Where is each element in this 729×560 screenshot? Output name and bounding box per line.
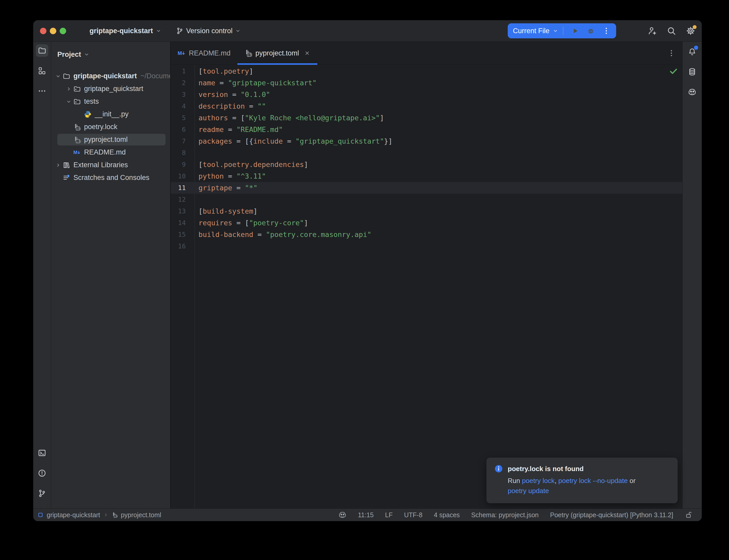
line-number: 7 [171,137,186,145]
tree-item-tests[interactable]: tests [51,95,170,108]
tree-item-griptape-quickstart[interactable]: griptape_quickstart [51,82,170,95]
chevron-spacer [75,111,84,117]
status-caret-position[interactable]: 11:15 [358,511,374,519]
vcs-widget[interactable]: Version control [172,24,245,38]
breadcrumb-griptape-quickstart[interactable]: griptape-quickstart [47,511,100,519]
tree-item-scratches-and-consoles[interactable]: Scratches and Consoles [51,171,170,184]
search-everywhere-icon[interactable] [667,26,676,36]
package-folder-icon [73,98,81,106]
notification-text: or [628,477,635,485]
more-run-actions-icon[interactable] [602,27,610,35]
tool-stripe-button-version-control[interactable] [36,487,48,500]
line-number: 2 [171,79,186,87]
database-icon [688,67,697,76]
code-line-16[interactable]: 16 [171,240,682,252]
code-editor[interactable]: 1[tool.poetry]2name = "griptape-quicksta… [171,65,682,508]
tree-item-griptape-quickstart[interactable]: griptape-quickstart~/Docume [51,70,170,82]
tool-stripe-button-terminal[interactable] [36,447,48,459]
run-button[interactable] [571,27,579,35]
notification-link-poetry-lock-no-update[interactable]: poetry lock --no-update [558,477,628,485]
run-config-label: Current File [513,27,550,35]
line-number: 4 [171,102,186,110]
notification-text: Run [508,477,522,485]
debug-button[interactable] [587,27,595,35]
close-window-button[interactable] [40,28,46,34]
status-file-encoding[interactable]: UTF-8 [404,511,422,519]
toml-icon: [T] [244,49,252,57]
tool-stripe-button-project[interactable] [36,44,48,57]
tree-item-poetry-lock[interactable]: [T]poetry.lock [51,121,170,133]
code-line-15[interactable]: 15build-backend = "poetry.core.masonry.a… [171,229,682,240]
chevron-down-icon [156,28,161,34]
chevron-down-icon[interactable] [54,73,62,79]
tree-item-path-hint: ~/Docume [141,72,171,80]
toml-icon: [T] [73,136,81,144]
code-line-14[interactable]: 14requires = ["poetry-core"] [171,217,682,229]
tool-stripe-button-notifications[interactable] [686,45,698,58]
chevron-right-icon[interactable] [54,162,62,168]
editor-tab-pyproject-toml[interactable]: [T]pyproject.toml [237,42,317,65]
notification-title: poetry.lock is not found [508,465,584,473]
tab-options-kebab-icon[interactable] [667,49,676,57]
line-number: 15 [171,231,186,238]
notification-link-poetry-lock[interactable]: poetry lock [522,477,555,485]
status-indent-style[interactable]: 4 spaces [434,511,460,519]
left-tool-stripe [33,42,51,508]
notification-link-poetry-update[interactable]: poetry update [508,487,549,495]
tool-stripe-button-more-tool-windows[interactable] [36,85,48,97]
line-number: 14 [171,219,186,227]
project-selector[interactable]: griptape-quickstart [86,24,165,38]
notification-popup: poetry.lock is not found Run poetry lock… [487,458,678,503]
code-line-6[interactable]: 6readme = "README.md" [171,124,682,135]
code-line-9[interactable]: 9[tool.poetry.dependencies] [171,159,682,170]
tool-stripe-button-ai-assistant[interactable] [686,86,698,98]
line-number: 10 [171,172,186,180]
write-access-icon[interactable] [685,511,693,519]
status-json-schema[interactable]: Schema: pyproject.json [471,511,539,519]
python-icon [84,110,92,118]
code-line-8[interactable]: 8 [171,147,682,159]
project-panel-header[interactable]: Project [51,42,170,64]
tree-item-label: External Libraries [73,161,128,169]
code-line-1[interactable]: 1[tool.poetry] [171,65,682,77]
code-line-text: requires = ["poetry-core"] [186,219,308,227]
editor-tab-readme-md[interactable]: MREADME.md [171,42,237,65]
svg-text:[T]: [T] [76,127,81,130]
code-line-10[interactable]: 10python = "^3.11" [171,170,682,182]
code-line-2[interactable]: 2name = "griptape-quickstart" [171,77,682,89]
package-folder-icon [73,85,81,93]
zoom-window-button[interactable] [60,28,66,34]
status-line-separator[interactable]: LF [385,511,393,519]
minimize-window-button[interactable] [50,28,56,34]
code-with-me-icon[interactable] [647,26,657,36]
tool-stripe-button-database[interactable] [686,66,698,78]
line-number: 9 [171,161,186,168]
settings-gear-icon[interactable] [686,26,696,36]
breadcrumb-pyproject-toml[interactable]: pyproject.toml [121,511,161,519]
status-python-interpreter[interactable]: Poetry (griptape-quickstart) [Python 3.1… [550,511,673,519]
tree-item-external-libraries[interactable]: External Libraries [51,159,170,171]
tool-stripe-button-problems[interactable] [36,467,48,479]
code-line-3[interactable]: 3version = "0.1.0" [171,89,682,100]
line-number: 16 [171,242,186,250]
vcs-label: Version control [186,27,233,35]
code-line-5[interactable]: 5authors = ["Kyle Roche <hello@griptape.… [171,112,682,124]
svg-text:[T]: [T] [114,515,117,517]
code-line-13[interactable]: 13[build-system] [171,205,682,217]
code-line-4[interactable]: 4description = "" [171,100,682,112]
close-tab-icon[interactable] [304,50,310,57]
tree-item-pyproject-toml[interactable]: [T]pyproject.toml [51,133,170,146]
run-configuration-selector[interactable]: Current File [509,23,562,38]
copilot-status-icon[interactable] [338,511,346,519]
tree-item-init-py[interactable]: __init__.py [51,108,170,121]
chevron-down-icon[interactable] [64,99,73,104]
tree-item-label: README.md [84,148,126,156]
code-line-11[interactable]: 11griptape = "*" [171,182,682,194]
code-line-7[interactable]: 7packages = [{include = "griptape_quicks… [171,135,682,147]
code-line-12[interactable]: 12 [171,194,682,205]
chevron-down-icon [84,52,89,57]
project-name: griptape-quickstart [89,27,153,35]
tree-item-readme-md[interactable]: MREADME.md [51,146,170,159]
chevron-right-icon[interactable] [64,86,73,92]
tool-stripe-button-structure[interactable] [36,65,48,77]
